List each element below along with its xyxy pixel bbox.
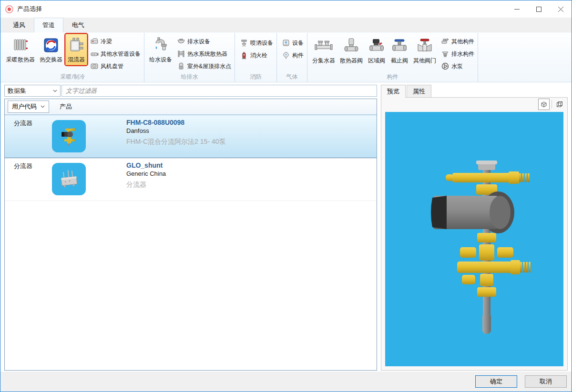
preview-toolbar (381, 98, 567, 111)
user-code-dropdown[interactable]: 用户代码 (8, 101, 49, 113)
product-description: 分流器 (126, 181, 166, 189)
tab-ventilation[interactable]: 通风 (4, 18, 34, 32)
main-content: 数据集 用户代码 产品 分流器 (0, 82, 572, 372)
dataset-dropdown-value: 数据集 (8, 87, 26, 95)
manifold-icon (315, 37, 333, 55)
ribbon-button-label: 设备 (292, 39, 304, 47)
category-tabstrip: 通风 管道 电气 (0, 18, 572, 32)
ribbon-button-label: 散热器阀 (340, 57, 363, 65)
ribbon-button-label: 分集水器 (312, 57, 335, 65)
hot-water-radiator-icon (176, 49, 186, 59)
titlebar: 产品选择 (0, 0, 572, 18)
product-thumbnail (52, 163, 86, 195)
radiator-valve-button[interactable]: 散热器阀 (338, 35, 365, 66)
ribbon-button-label: 冷梁 (101, 38, 112, 46)
close-button[interactable] (550, 0, 572, 18)
gas-equipment-button[interactable]: 设备 (281, 37, 304, 49)
toolbar-separator (552, 100, 552, 109)
roof-drain-point-button[interactable]: 室外&屋顶排水点 (176, 60, 231, 72)
ribbon-button-label: 其他水管道设备 (101, 50, 141, 58)
ribbon-group-water-supply-drainage: 给水设备 排水设备 热水系统散热器 (144, 33, 235, 82)
ribbon-button-label: 喷洒设备 (250, 39, 273, 47)
other-valves-button[interactable]: 其他阀门 (411, 35, 438, 66)
product-manufacturer: Danfoss (126, 127, 225, 134)
cold-beam-icon (90, 37, 99, 46)
wireframe-view-button[interactable] (554, 99, 565, 110)
other-components-icon (440, 37, 450, 46)
solid-view-button[interactable] (538, 99, 550, 110)
product-row-fhm-c8[interactable]: 分流器 (5, 115, 377, 158)
chevron-down-icon (41, 105, 45, 108)
tab-preview[interactable]: 预览 (381, 85, 406, 98)
fire-hydrant-button[interactable]: 消火栓 (239, 49, 273, 61)
drainage-component-button[interactable]: 排水构件 (440, 48, 474, 60)
product-row-glo-shunt[interactable]: 分流器 (5, 158, 377, 201)
product-list-header: 用户代码 产品 (5, 99, 377, 115)
tab-properties[interactable]: 属性 (407, 85, 431, 97)
heating-radiator-icon (11, 36, 30, 54)
ribbon-button-label: 其他阀门 (413, 57, 436, 65)
ok-button[interactable]: 确定 (475, 375, 517, 388)
product-name: FHM-C8-088U0098 (126, 119, 225, 126)
text-filter-input[interactable] (61, 85, 377, 97)
preview-3d-viewport[interactable] (385, 112, 563, 366)
drainage-equipment-button[interactable]: 排水设备 (176, 35, 231, 48)
ribbon-button-label: 风机盘管 (101, 62, 123, 70)
manifold-button[interactable]: 分集水器 (310, 35, 337, 66)
ribbon-button-label: 给水设备 (149, 56, 172, 64)
ribbon-group-label: 构件 (310, 73, 475, 82)
water-supply-equipment-button[interactable]: 给水设备 (147, 34, 174, 65)
zone-valve-icon (368, 37, 386, 55)
maximize-button[interactable] (528, 0, 550, 18)
other-valves-icon (416, 37, 434, 55)
zone-valve-button[interactable]: 区域阀 (366, 35, 388, 66)
other-water-pipe-equipment-button[interactable]: 其他水管道设备 (90, 48, 141, 60)
product-selection-dialog: 产品选择 通风 管道 电气 采暖散 (0, 0, 572, 392)
dataset-dropdown[interactable]: 数据集 (4, 85, 61, 97)
ribbon-group-label: 消防 (237, 73, 274, 82)
ribbon-group-label: 给排水 (147, 73, 232, 82)
hot-water-radiator-button[interactable]: 热水系统散热器 (176, 48, 231, 60)
gas-component-button[interactable]: 构件 (281, 49, 304, 61)
ribbon-button-label: 室外&屋顶排水点 (187, 62, 231, 70)
ribbon-button-label: 区域阀 (368, 57, 385, 65)
window-title: 产品选择 (17, 5, 42, 13)
ribbon-group-gas: 设备 构件 气体 (277, 33, 307, 82)
drainage-equipment-icon (176, 37, 186, 46)
cancel-button[interactable]: 取消 (525, 375, 567, 388)
fan-coil-icon (90, 61, 99, 71)
preview-pane: 预览 属性 (381, 85, 568, 371)
mixer-button[interactable]: 混流器 (65, 34, 87, 65)
sprinkler-equipment-button[interactable]: 喷洒设备 (239, 37, 273, 49)
chevron-down-icon (48, 90, 57, 92)
tab-piping[interactable]: 管道 (34, 18, 63, 32)
tab-electrical[interactable]: 电气 (63, 18, 93, 32)
ribbon: 采暖散热器 热交换器 混流器 (0, 32, 572, 82)
other-components-button[interactable]: 其他构件 (440, 35, 474, 48)
product-list-box: 用户代码 产品 分流器 (4, 99, 377, 371)
product-name: GLO_shunt (126, 161, 166, 169)
app-logo-icon (5, 5, 13, 13)
wireframe-cube-icon (556, 101, 563, 108)
gas-component-icon (281, 50, 291, 60)
ribbon-group-heating-cooling: 采暖散热器 热交换器 混流器 (1, 33, 144, 82)
water-pump-button[interactable]: 水泵 (440, 60, 474, 72)
minimize-button[interactable] (506, 0, 528, 18)
gas-equipment-icon (281, 38, 291, 48)
ribbon-button-label: 混流器 (68, 56, 85, 64)
manifold-thumbnail-image (57, 167, 82, 191)
heat-exchanger-button[interactable]: 热交换器 (38, 34, 64, 65)
product-list-pane: 数据集 用户代码 产品 分流器 (4, 85, 377, 371)
stop-valve-button[interactable]: 截止阀 (388, 35, 410, 66)
ribbon-button-label: 消火栓 (250, 51, 267, 60)
ribbon-button-label: 水泵 (451, 62, 463, 70)
fan-coil-button[interactable]: 风机盘管 (90, 60, 141, 72)
preview-box (381, 97, 568, 371)
cold-beam-button[interactable]: 冷梁 (90, 35, 141, 48)
window-controls (506, 0, 572, 18)
heating-radiator-button[interactable]: 采暖散热器 (4, 34, 37, 65)
product-manufacturer: Generic China (126, 170, 166, 177)
ribbon-group-label: 采暖/制冷 (4, 73, 142, 82)
product-user-code: 分流器 (5, 158, 52, 171)
sprinkler-equipment-icon (239, 38, 249, 48)
